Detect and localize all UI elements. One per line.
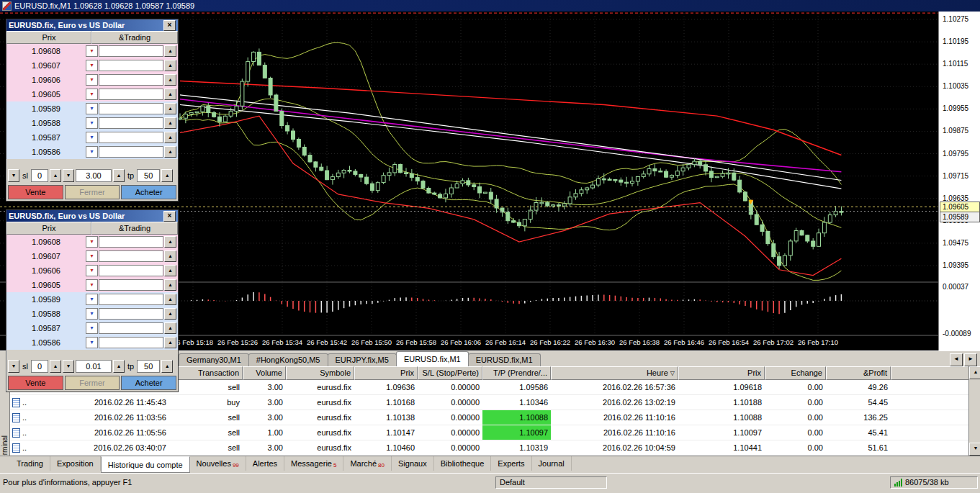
column-price[interactable]: Prix: [6, 222, 91, 235]
column-trading[interactable]: &Trading: [91, 31, 178, 44]
tp-input[interactable]: 50: [137, 360, 160, 373]
dropdown-icon[interactable]: ▾: [86, 74, 98, 86]
sell-button[interactable]: Vente: [8, 185, 63, 199]
spin-up-icon[interactable]: ▴: [164, 236, 176, 248]
order-price-row[interactable]: 1.09589▾▴: [6, 101, 178, 116]
terminal-column-header[interactable]: Prix: [678, 366, 765, 380]
spin-up-icon[interactable]: ▴: [164, 45, 176, 57]
spin-up-icon[interactable]: ▴: [164, 117, 176, 129]
scroll-up-icon[interactable]: ▲: [969, 366, 980, 379]
tabs-scroll-left-icon[interactable]: ◄: [950, 353, 963, 366]
close-icon[interactable]: ×: [163, 211, 176, 222]
dropdown-icon[interactable]: ▾: [86, 117, 98, 129]
spin-up-icon[interactable]: ▴: [164, 250, 176, 262]
close-order-button[interactable]: Fermer: [65, 376, 120, 390]
dropdown-icon[interactable]: ▾: [86, 236, 98, 248]
order-row-input[interactable]: [99, 117, 163, 129]
order-row-input[interactable]: [99, 146, 163, 158]
terminal-column-header[interactable]: Symbole: [286, 366, 354, 380]
dropdown-icon[interactable]: ▾: [86, 308, 98, 320]
terminal-scrollbar[interactable]: ▲ ▼: [968, 366, 980, 456]
terminal-tab[interactable]: Messagerie5: [284, 456, 343, 471]
volume-down-icon[interactable]: ▾: [63, 169, 74, 182]
spin-up-icon[interactable]: ▴: [164, 265, 176, 276]
dropdown-icon[interactable]: ▾: [86, 294, 98, 305]
history-row[interactable]: ..2016.02.26 11:05:56sell1.00eurusd.fix1…: [10, 425, 980, 440]
order-row-input[interactable]: [99, 60, 163, 71]
order-row-input[interactable]: [99, 74, 163, 86]
order-row-input[interactable]: [99, 308, 163, 320]
volume-input[interactable]: 0.01: [76, 360, 112, 373]
spin-up-icon[interactable]: ▴: [164, 89, 176, 100]
order-panel-titlebar[interactable]: EURUSD.fix, Euro vs US Dollar ×: [6, 210, 178, 222]
dropdown-icon[interactable]: ▾: [86, 45, 98, 57]
spin-up-icon[interactable]: ▴: [164, 103, 176, 114]
history-row[interactable]: ..2016.02.26 11:03:56sell3.00eurusd.fix1…: [10, 410, 980, 425]
terminal-tab[interactable]: Nouvelles99: [190, 456, 246, 471]
column-price[interactable]: Prix: [6, 31, 91, 44]
spin-up-icon[interactable]: ▴: [164, 132, 176, 143]
order-price-row[interactable]: 1.09608▾▴: [6, 44, 178, 58]
close-order-button[interactable]: Fermer: [65, 185, 120, 199]
order-row-input[interactable]: [99, 236, 163, 248]
scroll-down-icon[interactable]: ▼: [969, 443, 980, 456]
order-price-row[interactable]: 1.09587▾▴: [6, 130, 178, 145]
spin-up-icon[interactable]: ▴: [164, 294, 176, 305]
volume-input[interactable]: 3.00: [76, 169, 112, 182]
terminal-tab[interactable]: Exposition: [50, 456, 101, 471]
close-icon[interactable]: ×: [163, 20, 176, 31]
order-price-row[interactable]: 1.09588▾▴: [6, 307, 178, 321]
tp-up-icon[interactable]: ▴: [161, 360, 173, 373]
chart-tab[interactable]: #HongKong50,M5: [248, 353, 328, 367]
history-row[interactable]: ..2016.02.26 03:40:07sell3.00eurusd.fix1…: [10, 440, 980, 456]
history-row[interactable]: ..2016.02.26 11:45:43buy3.00eurusd.fix1.…: [10, 395, 980, 410]
spin-up-icon[interactable]: ▴: [164, 60, 176, 71]
order-row-input[interactable]: [99, 322, 163, 334]
terminal-column-header[interactable]: S/L (Stop/Perte): [418, 366, 482, 380]
order-price-row[interactable]: 1.09586▾▴: [6, 335, 178, 350]
order-price-row[interactable]: 1.09608▾▴: [6, 235, 178, 249]
chart-tab[interactable]: Germany30,M1: [179, 353, 249, 367]
tp-input[interactable]: 50: [137, 169, 160, 182]
dropdown-icon[interactable]: ▾: [86, 337, 98, 348]
order-row-input[interactable]: [99, 294, 163, 305]
tabs-scroll-right-icon[interactable]: ►: [964, 353, 977, 366]
column-trading[interactable]: &Trading: [91, 222, 178, 235]
terminal-column-header[interactable]: Prix: [354, 366, 418, 380]
sl-input[interactable]: 0: [31, 169, 48, 182]
dropdown-icon[interactable]: ▾: [86, 322, 98, 334]
order-price-row[interactable]: 1.09587▾▴: [6, 321, 178, 335]
order-row-input[interactable]: [99, 132, 163, 143]
order-price-row[interactable]: 1.09606▾▴: [6, 73, 178, 87]
order-price-row[interactable]: 1.09605▾▴: [6, 87, 178, 101]
dropdown-icon[interactable]: ▾: [86, 103, 98, 114]
dropdown-icon[interactable]: ▾: [86, 265, 98, 276]
spin-up-icon[interactable]: ▴: [164, 279, 176, 291]
volume-up-icon[interactable]: ▴: [113, 360, 125, 373]
terminal-column-header[interactable]: Echange: [765, 366, 826, 380]
order-price-row[interactable]: 1.09606▾▴: [6, 263, 178, 278]
order-row-input[interactable]: [99, 279, 163, 291]
dropdown-icon[interactable]: ▾: [86, 132, 98, 143]
buy-button[interactable]: Acheter: [121, 185, 176, 199]
terminal-column-header[interactable]: &Profit: [826, 366, 891, 380]
spin-up-icon[interactable]: ▴: [164, 322, 176, 334]
terminal-column-header[interactable]: Volume: [243, 366, 286, 380]
chart-tab[interactable]: EURUSD.fix,M1: [396, 351, 469, 367]
buy-button[interactable]: Acheter: [121, 376, 176, 390]
order-price-row[interactable]: 1.09586▾▴: [6, 145, 178, 159]
dropdown-icon[interactable]: ▾: [86, 89, 98, 100]
order-panel-titlebar[interactable]: EURUSD.fix, Euro vs US Dollar ×: [6, 19, 178, 31]
volume-up-icon[interactable]: ▴: [113, 169, 125, 182]
terminal-column-header[interactable]: Transaction: [169, 366, 243, 380]
terminal-tab[interactable]: Journal: [532, 456, 572, 471]
dropdown-icon[interactable]: ▾: [86, 250, 98, 262]
sl-down-icon[interactable]: ▾: [8, 169, 19, 182]
status-profile[interactable]: Default: [495, 476, 607, 489]
terminal-tab[interactable]: Trading: [10, 456, 50, 471]
terminal-column-header[interactable]: T/P (Prendre/...: [482, 366, 551, 380]
terminal-tab[interactable]: Bibliotheque: [434, 456, 492, 471]
volume-down-icon[interactable]: ▾: [63, 360, 74, 373]
terminal-tab[interactable]: Alertes: [246, 456, 284, 471]
terminal-tab[interactable]: Historique du compte: [101, 456, 190, 473]
